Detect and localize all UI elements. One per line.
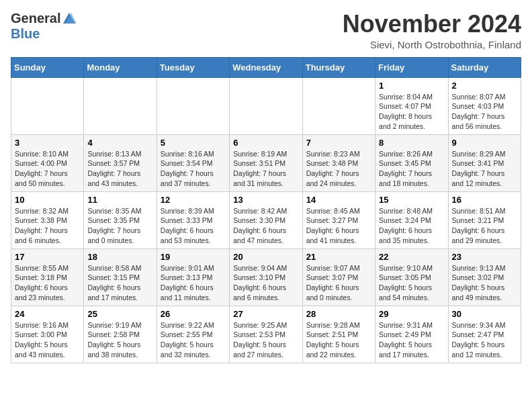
day-info: Sunrise: 9:04 AM Sunset: 3:10 PM Dayligh… — [233, 263, 298, 303]
day-number: 14 — [306, 195, 371, 205]
day-info: Sunrise: 8:48 AM Sunset: 3:24 PM Dayligh… — [379, 206, 444, 246]
month-title: November 2024 — [343, 11, 521, 38]
header-tuesday: Tuesday — [157, 57, 229, 77]
calendar-cell — [84, 77, 157, 134]
calendar-cell: 12Sunrise: 8:39 AM Sunset: 3:33 PM Dayli… — [157, 191, 229, 248]
calendar-cell: 21Sunrise: 9:07 AM Sunset: 3:07 PM Dayli… — [302, 248, 375, 306]
day-info: Sunrise: 8:23 AM Sunset: 3:48 PM Dayligh… — [306, 149, 371, 189]
calendar-cell — [302, 77, 375, 134]
day-info: Sunrise: 8:29 AM Sunset: 3:41 PM Dayligh… — [452, 149, 517, 189]
calendar-cell: 4Sunrise: 8:13 AM Sunset: 3:57 PM Daylig… — [84, 134, 157, 191]
calendar-cell: 19Sunrise: 9:01 AM Sunset: 3:13 PM Dayli… — [157, 248, 229, 306]
calendar-cell: 6Sunrise: 8:19 AM Sunset: 3:51 PM Daylig… — [230, 134, 302, 191]
calendar-cell: 23Sunrise: 9:13 AM Sunset: 3:02 PM Dayli… — [448, 248, 521, 306]
day-info: Sunrise: 8:13 AM Sunset: 3:57 PM Dayligh… — [87, 149, 152, 189]
calendar-cell: 13Sunrise: 8:42 AM Sunset: 3:30 PM Dayli… — [230, 191, 302, 248]
header-saturday: Saturday — [448, 57, 521, 77]
day-info: Sunrise: 8:07 AM Sunset: 4:03 PM Dayligh… — [452, 92, 517, 132]
day-info: Sunrise: 8:32 AM Sunset: 3:38 PM Dayligh… — [15, 206, 80, 246]
day-number: 6 — [233, 138, 298, 148]
calendar-cell: 3Sunrise: 8:10 AM Sunset: 4:00 PM Daylig… — [11, 134, 84, 191]
week-row-1: 1Sunrise: 8:04 AM Sunset: 4:07 PM Daylig… — [11, 77, 521, 134]
day-info: Sunrise: 9:07 AM Sunset: 3:07 PM Dayligh… — [306, 263, 371, 303]
calendar-cell: 30Sunrise: 9:34 AM Sunset: 2:47 PM Dayli… — [448, 306, 521, 363]
calendar-cell: 18Sunrise: 8:58 AM Sunset: 3:15 PM Dayli… — [84, 248, 157, 306]
week-row-5: 24Sunrise: 9:16 AM Sunset: 3:00 PM Dayli… — [11, 306, 521, 363]
day-info: Sunrise: 8:26 AM Sunset: 3:45 PM Dayligh… — [379, 149, 444, 189]
day-number: 12 — [161, 195, 226, 205]
day-number: 17 — [15, 252, 80, 262]
logo-icon — [62, 11, 77, 26]
day-info: Sunrise: 8:35 AM Sunset: 3:35 PM Dayligh… — [87, 206, 152, 246]
day-info: Sunrise: 9:13 AM Sunset: 3:02 PM Dayligh… — [452, 263, 517, 303]
header-wednesday: Wednesday — [230, 57, 302, 77]
location-title: Sievi, North Ostrobothnia, Finland — [343, 39, 521, 50]
day-number: 29 — [379, 309, 444, 319]
logo-blue-text: Blue — [11, 26, 40, 42]
calendar-cell: 26Sunrise: 9:22 AM Sunset: 2:55 PM Dayli… — [157, 306, 229, 363]
calendar-cell: 22Sunrise: 9:10 AM Sunset: 3:05 PM Dayli… — [375, 248, 448, 306]
day-info: Sunrise: 8:16 AM Sunset: 3:54 PM Dayligh… — [161, 149, 226, 189]
day-number: 19 — [161, 252, 226, 262]
day-number: 8 — [379, 138, 444, 148]
calendar-cell: 2Sunrise: 8:07 AM Sunset: 4:03 PM Daylig… — [448, 77, 521, 134]
day-info: Sunrise: 8:58 AM Sunset: 3:15 PM Dayligh… — [87, 263, 152, 303]
day-number: 25 — [87, 309, 152, 319]
header-monday: Monday — [84, 57, 157, 77]
day-number: 2 — [452, 81, 517, 91]
day-number: 5 — [161, 138, 226, 148]
calendar-cell: 29Sunrise: 9:31 AM Sunset: 2:49 PM Dayli… — [375, 306, 448, 363]
day-number: 15 — [379, 195, 444, 205]
day-info: Sunrise: 9:01 AM Sunset: 3:13 PM Dayligh… — [161, 263, 226, 303]
day-info: Sunrise: 8:45 AM Sunset: 3:27 PM Dayligh… — [306, 206, 371, 246]
day-info: Sunrise: 9:34 AM Sunset: 2:47 PM Dayligh… — [452, 320, 517, 360]
day-number: 30 — [452, 309, 517, 319]
calendar-cell — [157, 77, 229, 134]
calendar-cell: 15Sunrise: 8:48 AM Sunset: 3:24 PM Dayli… — [375, 191, 448, 248]
day-number: 22 — [379, 252, 444, 262]
calendar-cell: 17Sunrise: 8:55 AM Sunset: 3:18 PM Dayli… — [11, 248, 84, 306]
header-thursday: Thursday — [302, 57, 375, 77]
day-info: Sunrise: 9:22 AM Sunset: 2:55 PM Dayligh… — [161, 320, 226, 360]
day-number: 10 — [15, 195, 80, 205]
week-row-4: 17Sunrise: 8:55 AM Sunset: 3:18 PM Dayli… — [11, 248, 521, 306]
calendar-cell: 16Sunrise: 8:51 AM Sunset: 3:21 PM Dayli… — [448, 191, 521, 248]
day-number: 24 — [15, 309, 80, 319]
day-info: Sunrise: 9:16 AM Sunset: 3:00 PM Dayligh… — [15, 320, 80, 360]
day-number: 28 — [306, 309, 371, 319]
day-number: 1 — [379, 81, 444, 91]
day-info: Sunrise: 8:55 AM Sunset: 3:18 PM Dayligh… — [15, 263, 80, 303]
calendar-cell: 10Sunrise: 8:32 AM Sunset: 3:38 PM Dayli… — [11, 191, 84, 248]
day-number: 21 — [306, 252, 371, 262]
calendar-table: SundayMondayTuesdayWednesdayThursdayFrid… — [11, 57, 521, 363]
calendar-cell: 20Sunrise: 9:04 AM Sunset: 3:10 PM Dayli… — [230, 248, 302, 306]
day-info: Sunrise: 8:39 AM Sunset: 3:33 PM Dayligh… — [161, 206, 226, 246]
calendar-cell: 14Sunrise: 8:45 AM Sunset: 3:27 PM Dayli… — [302, 191, 375, 248]
day-info: Sunrise: 9:19 AM Sunset: 2:58 PM Dayligh… — [87, 320, 152, 360]
calendar-cell — [11, 77, 84, 134]
calendar-cell: 24Sunrise: 9:16 AM Sunset: 3:00 PM Dayli… — [11, 306, 84, 363]
calendar-cell: 11Sunrise: 8:35 AM Sunset: 3:35 PM Dayli… — [84, 191, 157, 248]
day-number: 13 — [233, 195, 298, 205]
day-info: Sunrise: 8:10 AM Sunset: 4:00 PM Dayligh… — [15, 149, 80, 189]
day-number: 4 — [87, 138, 152, 148]
day-info: Sunrise: 9:25 AM Sunset: 2:53 PM Dayligh… — [233, 320, 298, 360]
day-number: 9 — [452, 138, 517, 148]
week-row-3: 10Sunrise: 8:32 AM Sunset: 3:38 PM Dayli… — [11, 191, 521, 248]
calendar-cell: 9Sunrise: 8:29 AM Sunset: 3:41 PM Daylig… — [448, 134, 521, 191]
day-number: 3 — [15, 138, 80, 148]
logo-general-text: General — [11, 11, 60, 26]
day-number: 23 — [452, 252, 517, 262]
day-info: Sunrise: 9:31 AM Sunset: 2:49 PM Dayligh… — [379, 320, 444, 360]
day-number: 26 — [161, 309, 226, 319]
day-info: Sunrise: 9:28 AM Sunset: 2:51 PM Dayligh… — [306, 320, 371, 360]
title-section: November 2024 Sievi, North Ostrobothnia,… — [343, 11, 521, 50]
calendar-cell: 1Sunrise: 8:04 AM Sunset: 4:07 PM Daylig… — [375, 77, 448, 134]
calendar-cell: 7Sunrise: 8:23 AM Sunset: 3:48 PM Daylig… — [302, 134, 375, 191]
day-number: 11 — [87, 195, 152, 205]
calendar-cell: 8Sunrise: 8:26 AM Sunset: 3:45 PM Daylig… — [375, 134, 448, 191]
header-sunday: Sunday — [11, 57, 84, 77]
logo: General Blue — [11, 11, 77, 42]
calendar-cell: 25Sunrise: 9:19 AM Sunset: 2:58 PM Dayli… — [84, 306, 157, 363]
day-info: Sunrise: 9:10 AM Sunset: 3:05 PM Dayligh… — [379, 263, 444, 303]
